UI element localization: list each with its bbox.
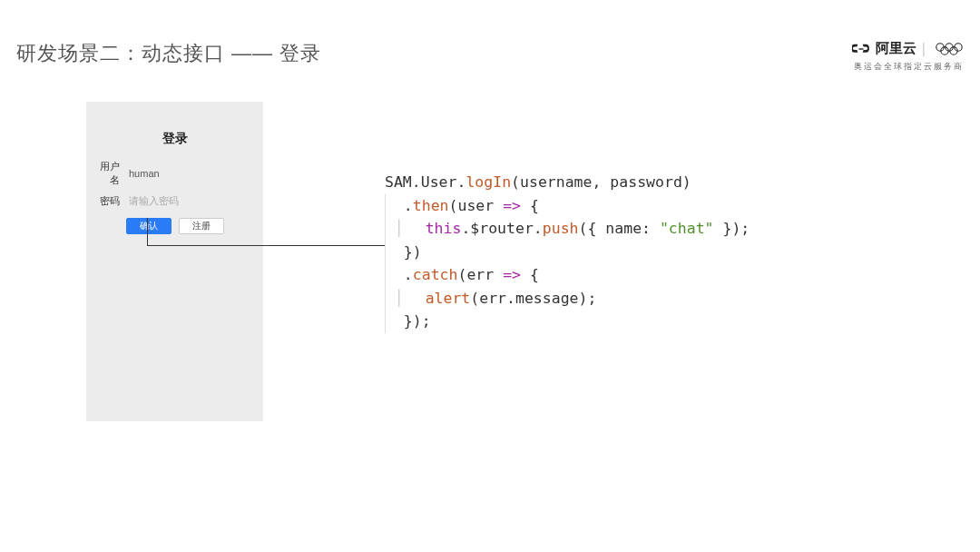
register-button[interactable]: 注册: [179, 218, 224, 234]
code-line-4: }): [385, 241, 750, 264]
code-line-6: │ alert(err.message);: [385, 287, 750, 310]
connector-vertical: [147, 218, 148, 245]
login-title: 登录: [86, 131, 263, 147]
brand-block: 阿里云 | 奥运会全球指定云服务商: [852, 40, 964, 73]
username-row: 用户名: [86, 160, 263, 187]
slide-header: 研发场景二：动态接口 —— 登录 阿里云 | 奥运会全球指定云服务商: [16, 40, 964, 73]
password-row: 密码: [86, 192, 263, 209]
aliyun-icon: [852, 43, 870, 55]
brand-subtitle: 奥运会全球指定云服务商: [852, 61, 964, 73]
confirm-button[interactable]: 确认: [126, 218, 172, 234]
code-block: SAM.User.logIn(username, password) .then…: [385, 171, 750, 333]
password-input[interactable]: [129, 192, 254, 209]
code-line-3: │ this.$router.push({ name: "chat" });: [385, 217, 750, 241]
username-label: 用户名: [95, 160, 120, 187]
code-line-1: SAM.User.logIn(username, password): [385, 171, 750, 194]
code-line-5: .catch(err => {: [385, 263, 750, 287]
brand-name: 阿里云: [876, 40, 916, 57]
username-input[interactable]: [129, 165, 254, 182]
button-row: 确认 注册: [86, 218, 263, 234]
login-panel: 登录 用户名 密码 确认 注册: [86, 102, 263, 421]
code-line-7: });: [385, 310, 750, 333]
code-line-2: .then(user => {: [385, 194, 750, 218]
password-label: 密码: [95, 194, 120, 208]
brand-divider: |: [922, 41, 926, 57]
svg-rect-0: [858, 48, 863, 49]
slide-title: 研发场景二：动态接口 —— 登录: [16, 40, 321, 67]
connector-horizontal: [147, 245, 385, 246]
olympic-rings-icon: [935, 42, 964, 56]
